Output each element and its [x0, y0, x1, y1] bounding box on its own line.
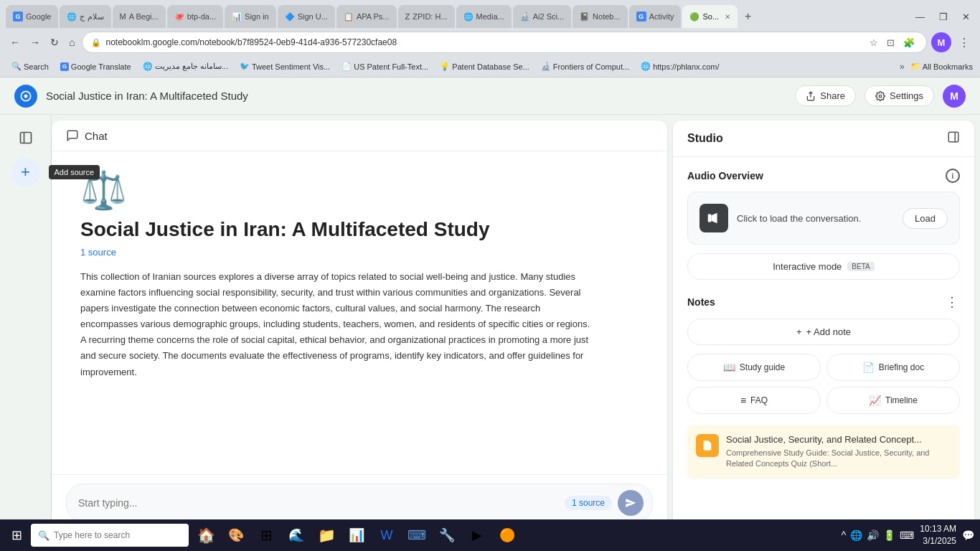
share-button[interactable]: Share: [795, 85, 856, 106]
tab-6[interactable]: 🔷 Sign U...: [278, 5, 335, 28]
taskbar-icon-app7[interactable]: 🔧: [433, 521, 461, 550]
tab-3[interactable]: M A Begi...: [113, 5, 166, 28]
battery-icon[interactable]: 🔋: [883, 529, 895, 541]
taskbar-icon-task-view[interactable]: ⊞: [252, 521, 281, 550]
taskbar-icon-word[interactable]: W: [372, 521, 401, 550]
start-button[interactable]: ⊞: [6, 524, 28, 546]
volume-icon[interactable]: 🔊: [867, 529, 879, 541]
studio-header: Studio: [673, 121, 974, 157]
tab-8[interactable]: Z ZPID: H...: [398, 5, 455, 28]
audio-overview-section: Audio Overview i: [687, 169, 960, 183]
tab-search-icon[interactable]: ⊡: [884, 36, 897, 50]
minimize-button[interactable]: —: [911, 10, 929, 24]
tab-4[interactable]: 🐙 btp-da...: [167, 5, 223, 28]
tab-active[interactable]: 🟢 So... ✕: [682, 5, 738, 28]
close-window-button[interactable]: ✕: [958, 10, 974, 24]
bookmark-5[interactable]: 📄 US Patent Full-Text...: [337, 60, 433, 72]
bookmark-3[interactable]: 🌐 سامانه جامع مدیریت...: [138, 60, 232, 72]
audio-load-button[interactable]: Load: [903, 208, 948, 229]
extensions-icon[interactable]: 🧩: [900, 36, 918, 50]
notes-menu-button[interactable]: ⋮: [946, 294, 960, 310]
taskbar-search-input[interactable]: [54, 530, 182, 540]
source-count[interactable]: 1 source: [80, 247, 639, 258]
add-note-button[interactable]: + + Add note: [687, 319, 960, 345]
all-bookmarks[interactable]: 📁 All Bookmarks: [910, 62, 973, 71]
bookmark-8[interactable]: 🌐 https://phlanx.com/: [636, 60, 723, 72]
taskbar-right: ^ 🌐 🔊 🔋 ⌨ 10:13 AM 3/1/2025 💬: [842, 523, 974, 547]
tab-google[interactable]: G Google: [6, 5, 58, 28]
app-container: + Add source Chat ⚖️ Social Justice in I…: [0, 115, 980, 551]
timeline-button[interactable]: 📈 Timeline: [826, 387, 960, 414]
saved-note-title: Social Justice, Security, and Related Co…: [726, 434, 951, 445]
taskbar-icon-app9[interactable]: 🟠: [493, 521, 522, 550]
briefing-doc-button[interactable]: 📄 Briefing doc: [826, 354, 960, 381]
maximize-button[interactable]: ❐: [935, 10, 952, 24]
interactive-mode-label: Interactive mode: [773, 261, 842, 272]
bookmark-page-icon[interactable]: ☆: [867, 36, 881, 50]
study-guide-label: Study guide: [740, 362, 785, 372]
taskbar-icon-colorful[interactable]: 🎨: [222, 521, 250, 550]
faq-button[interactable]: ≡ FAQ: [687, 387, 821, 414]
taskbar-search[interactable]: 🔍: [31, 524, 189, 547]
taskbar-icon-app8[interactable]: ▶: [463, 521, 491, 550]
bookmarks-more-button[interactable]: »: [900, 62, 905, 72]
app-title: Social Justice in Iran: A Multifaceted S…: [46, 90, 795, 102]
toggle-sidebar-button[interactable]: [11, 123, 40, 152]
tab-7[interactable]: 📋 APA Ps...: [336, 5, 397, 28]
chat-input[interactable]: [78, 497, 565, 509]
taskbar-icon-edge[interactable]: 🌊: [282, 521, 311, 550]
saved-note[interactable]: Social Justice, Security, and Related Co…: [687, 425, 960, 479]
home-button[interactable]: ⌂: [66, 34, 77, 51]
bookmark-search[interactable]: 🔍 Search: [7, 60, 53, 72]
chat-input-box: 1 source: [66, 484, 653, 522]
source-badge[interactable]: 1 source: [565, 496, 612, 510]
back-button[interactable]: ←: [7, 34, 23, 51]
audio-info-icon[interactable]: i: [946, 169, 960, 183]
keyboard-icon[interactable]: ⌨: [900, 529, 914, 541]
send-button[interactable]: [618, 490, 644, 516]
study-guide-button[interactable]: 📖 Study guide: [687, 354, 821, 381]
network-icon[interactable]: 🌐: [850, 529, 862, 541]
studio-panel: Studio Audio Overview i Click to load t: [673, 121, 974, 551]
add-source-button[interactable]: +: [11, 158, 40, 187]
studio-expand-button[interactable]: [947, 131, 960, 146]
settings-button[interactable]: Settings: [864, 85, 934, 106]
taskbar-search-icon: 🔍: [38, 530, 50, 541]
profile-icon[interactable]: M: [931, 32, 951, 52]
notebook-title: Social Justice in Iran: A Multifaceted S…: [80, 218, 639, 241]
user-avatar[interactable]: M: [943, 85, 966, 108]
tab-11[interactable]: 📓 Noteb...: [573, 5, 628, 28]
refresh-button[interactable]: ↻: [47, 34, 62, 51]
taskbar-icon-vscodium[interactable]: ⌨: [402, 521, 431, 550]
taskbar-icons: 🏠 🎨 ⊞ 🌊 📁 📊 W ⌨ 🔧 ▶ 🟠: [192, 521, 522, 550]
chat-header: Chat: [52, 121, 667, 151]
tab-2[interactable]: 🌐 سلام ج: [60, 5, 110, 28]
taskbar-icon-excel[interactable]: 📊: [342, 521, 371, 550]
bookmark-7[interactable]: 🔬 Frontiers of Comput...: [537, 60, 633, 72]
plus-icon: +: [21, 163, 30, 182]
timeline-label: Timeline: [885, 395, 918, 405]
forward-button[interactable]: →: [27, 34, 43, 51]
address-bar[interactable]: 🔒 notebooklm.google.com/notebook/b7f8952…: [82, 32, 927, 53]
bookmark-4[interactable]: 🐦 Tweet Sentiment Vis...: [235, 60, 334, 72]
bookmark-6[interactable]: 💡 Patent Database Se...: [435, 60, 534, 72]
interactive-mode-button[interactable]: Interactive mode BETA: [687, 253, 960, 280]
bookmark-translate[interactable]: G Google Translate: [56, 61, 136, 72]
taskbar-icon-explorer[interactable]: 📁: [312, 521, 341, 550]
menu-icon[interactable]: ⋮: [956, 34, 973, 51]
tab-10[interactable]: 🔬 Ai2 Sci...: [513, 5, 571, 28]
time-display[interactable]: 10:13 AM 3/1/2025: [920, 523, 956, 547]
tab-9[interactable]: 🌐 Media...: [456, 5, 512, 28]
new-tab-button[interactable]: +: [739, 7, 757, 26]
bookmark-6-icon: 💡: [440, 62, 450, 71]
tab-5[interactable]: 📊 Sign in: [225, 5, 276, 28]
taskbar-icon-files[interactable]: 🏠: [192, 521, 220, 550]
study-guide-icon: 📖: [723, 362, 735, 373]
folder-icon: 📁: [910, 62, 920, 71]
tray-icon-1[interactable]: ^: [842, 529, 847, 541]
add-note-label: + Add note: [806, 326, 852, 337]
tab-activity[interactable]: G Activity: [629, 5, 682, 28]
close-tab-icon[interactable]: ✕: [725, 13, 730, 21]
notification-icon[interactable]: 💬: [962, 529, 974, 541]
left-sidebar: + Add source: [0, 115, 52, 551]
